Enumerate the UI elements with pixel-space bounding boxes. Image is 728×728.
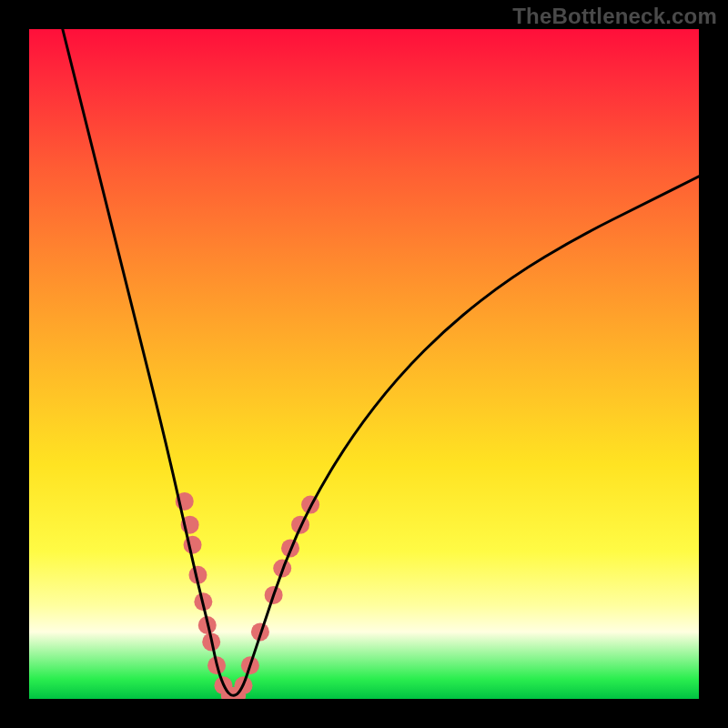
data-marker	[184, 536, 202, 554]
plot-svg	[29, 29, 699, 699]
chart-frame: TheBottleneck.com	[0, 0, 728, 728]
markers-group	[176, 492, 319, 699]
watermark-text: TheBottleneck.com	[512, 4, 717, 29]
bottleneck-curve	[63, 29, 699, 695]
